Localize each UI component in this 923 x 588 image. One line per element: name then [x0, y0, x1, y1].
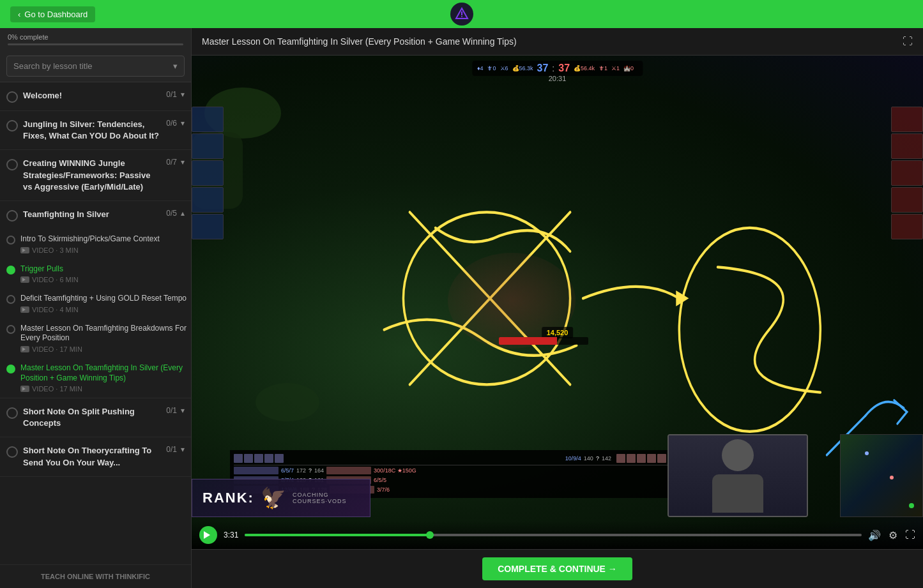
section-welcome: Welcome! 0/1 ▾	[0, 82, 191, 111]
score-blue: 37	[537, 63, 549, 74]
lesson-trigger-info: Trigger Pulls VIDEO · 6 MIN	[20, 264, 191, 284]
section-jungling: Jungling In Silver: Tendencies, Fixes, W…	[0, 111, 191, 150]
section-theorycrafting-header[interactable]: Short Note On Theorycrafting To Send You…	[0, 437, 191, 476]
play-button[interactable]	[199, 526, 217, 544]
video-progress-played	[245, 534, 430, 536]
lesson-master-breakdowns[interactable]: Master Lesson On Teamfighting Breakdowns…	[0, 319, 191, 358]
section-jungling-circle	[6, 120, 18, 132]
lesson-master-breakdowns-duration: VIDEO · 17 MIN	[32, 345, 82, 353]
search-placeholder: Search by lesson title	[13, 61, 93, 71]
lesson-master-breakdowns-info: Master Lesson On Teamfighting Breakdowns…	[20, 324, 191, 353]
section-creating-title: Creating WINNING Jungle Strategies/Frame…	[23, 158, 161, 193]
lesson-master-breakdowns-title: Master Lesson On Teamfighting Breakdowns…	[20, 324, 191, 343]
video-progress-bar[interactable]	[245, 534, 862, 536]
chevron-down-icon: ▾	[181, 445, 185, 454]
section-creating: Creating WINNING Jungle Strategies/Frame…	[0, 150, 191, 201]
section-split-pushing-meta: 0/1 ▾	[166, 406, 185, 415]
section-teamfighting-circle	[6, 210, 18, 222]
lesson-intro[interactable]: Intro To Skirmishing/Picks/Game Context …	[0, 229, 191, 259]
section-theorycrafting-circle	[6, 446, 18, 458]
progress-track	[8, 43, 183, 45]
video-container[interactable]: ♦4 🗡0 ⚔6 💰56.3k 37 : 37 💰56.4k 🗡1 ⚔1 🏰0 …	[192, 56, 923, 549]
section-teamfighting-title: Teamfighting In Silver	[23, 209, 161, 220]
rank-emblem: 🦅	[261, 486, 286, 510]
section-creating-header[interactable]: Creating WINNING Jungle Strategies/Frame…	[0, 150, 191, 200]
lesson-deficit-circle	[6, 295, 15, 304]
section-welcome-meta: 0/1 ▾	[166, 90, 185, 99]
top-nav: ‹ Go to Dashboard	[0, 0, 923, 28]
section-theorycrafting-meta: 0/1 ▾	[166, 445, 185, 454]
main-content: Master Lesson On Teamfighting In Silver …	[192, 28, 923, 588]
lesson-master-silver-circle	[6, 365, 15, 373]
section-theorycrafting-title: Short Note On Theorycrafting To Send You…	[23, 445, 161, 468]
video-controls: 3:31 🔊 ⚙ ⛶	[192, 521, 923, 549]
fullscreen-button[interactable]: ⛶	[905, 529, 915, 541]
section-welcome-title: Welcome!	[23, 90, 161, 102]
section-teamfighting-meta: 0/5 ▴	[166, 209, 185, 218]
section-teamfighting: Teamfighting In Silver 0/5 ▴ Intro To Sk…	[0, 201, 191, 398]
video-icon	[20, 247, 29, 253]
chevron-down-icon: ▾	[181, 119, 185, 128]
section-split-pushing-circle	[6, 407, 18, 419]
section-teamfighting-header[interactable]: Teamfighting In Silver 0/5 ▴	[0, 201, 191, 229]
section-split-pushing-progress: 0/1	[166, 406, 177, 415]
lesson-intro-circle	[6, 236, 15, 245]
video-icon	[20, 306, 29, 313]
section-split-pushing-title: Short Note On Split Pushing Concepts	[23, 406, 161, 429]
lesson-trigger-duration: VIDEO · 6 MIN	[32, 276, 79, 283]
section-teamfighting-progress: 0/5	[166, 209, 177, 218]
section-jungling-meta: 0/6 ▾	[166, 119, 185, 128]
search-area: Search by lesson title ▾	[0, 50, 191, 82]
score-red: 37	[558, 63, 570, 74]
score-separator: :	[552, 63, 554, 73]
lesson-trigger-meta: VIDEO · 6 MIN	[20, 276, 191, 283]
video-icon	[20, 346, 29, 352]
lesson-deficit-info: Deficit Teamfighting + Using GOLD Reset …	[20, 294, 191, 313]
volume-button[interactable]: 🔊	[868, 529, 881, 541]
chevron-down-icon: ▾	[181, 90, 185, 99]
lesson-intro-info: Intro To Skirmishing/Picks/Game Context …	[20, 234, 191, 254]
progress-area: 0% complete	[0, 28, 191, 50]
lesson-master-silver-info: Master Lesson On Teamfighting In Silver …	[20, 363, 191, 393]
section-welcome-header[interactable]: Welcome! 0/1 ▾	[0, 82, 191, 110]
bottom-action-bar: COMPLETE & CONTINUE →	[192, 549, 923, 588]
section-split-pushing: Short Note On Split Pushing Concepts 0/1…	[0, 398, 191, 437]
complete-continue-button[interactable]: COMPLETE & CONTINUE →	[482, 557, 632, 580]
section-theorycrafting: Short Note On Theorycrafting To Send You…	[0, 437, 191, 476]
progress-label: 0% complete	[8, 33, 49, 41]
section-jungling-progress: 0/6	[166, 119, 177, 128]
lesson-master-silver-title: Master Lesson On Teamfighting In Silver …	[20, 363, 191, 383]
svg-point-2	[461, 16, 462, 17]
section-creating-circle	[6, 159, 18, 170]
lesson-deficit[interactable]: Deficit Teamfighting + Using GOLD Reset …	[0, 289, 191, 319]
lesson-master-silver-duration: VIDEO · 17 MIN	[32, 385, 82, 393]
complete-label: COMPLETE & CONTINUE →	[498, 564, 617, 574]
lesson-intro-duration: VIDEO · 3 MIN	[32, 246, 79, 254]
lesson-master-breakdowns-meta: VIDEO · 17 MIN	[20, 345, 191, 353]
main-layout: 0% complete Search by lesson title ▾ Wel…	[0, 28, 923, 588]
lesson-trigger-title: Trigger Pulls	[20, 264, 191, 275]
settings-button[interactable]: ⚙	[889, 529, 897, 541]
time-display: 3:31	[224, 531, 238, 539]
sidebar: 0% complete Search by lesson title ▾ Wel…	[0, 28, 192, 588]
section-split-pushing-header[interactable]: Short Note On Split Pushing Concepts 0/1…	[0, 398, 191, 437]
section-creating-meta: 0/7 ▾	[166, 158, 185, 167]
lesson-trigger[interactable]: Trigger Pulls VIDEO · 6 MIN	[0, 259, 191, 289]
chevron-down-icon: ▾	[181, 406, 185, 415]
minimap-overlay	[840, 434, 923, 517]
section-theorycrafting-progress: 0/1	[166, 445, 177, 454]
fullscreen-button[interactable]: ⛶	[903, 36, 913, 47]
section-jungling-header[interactable]: Jungling In Silver: Tendencies, Fixes, W…	[0, 111, 191, 149]
video-progress-dot	[426, 531, 434, 539]
footer-text: TEACH ONLINE WITH	[41, 573, 114, 580]
lesson-master-silver[interactable]: Master Lesson On Teamfighting In Silver …	[0, 358, 191, 398]
back-to-dashboard-button[interactable]: ‹ Go to Dashboard	[10, 6, 95, 22]
video-icon	[20, 386, 29, 392]
video-title: Master Lesson On Teamfighting In Silver …	[202, 36, 517, 47]
section-welcome-circle	[6, 91, 18, 103]
rank-overlay: RANK: 🦅 COACHING COURSES·VODS	[192, 479, 370, 517]
video-icon	[20, 276, 29, 283]
lesson-deficit-meta: VIDEO · 4 MIN	[20, 306, 191, 313]
section-creating-progress: 0/7	[166, 158, 177, 167]
search-box[interactable]: Search by lesson title ▾	[6, 56, 185, 77]
